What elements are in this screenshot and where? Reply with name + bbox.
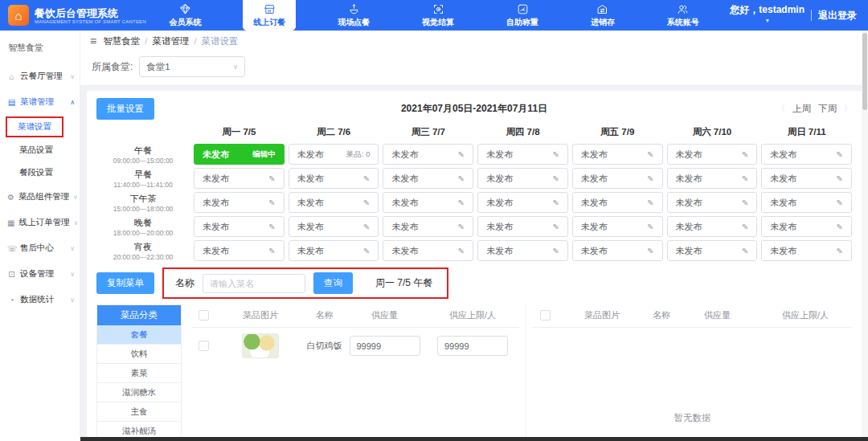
nav-online-order[interactable]: 线上订餐 xyxy=(243,0,296,31)
edit-icon: ✎ xyxy=(647,150,653,159)
schedule-cell[interactable]: 未发布✎ xyxy=(383,240,473,261)
schedule-cell[interactable]: 未发布✎ xyxy=(383,216,473,237)
schedule-cell[interactable]: 未发布✎ xyxy=(194,216,285,237)
day-header: 周日 7/11 xyxy=(761,124,852,141)
schedule-cell[interactable]: 未发布✎ xyxy=(761,240,852,261)
sidebar-item-dish-components[interactable]: ⚙菜品组件管理∨ xyxy=(0,184,80,210)
schedule-cell[interactable]: 未发布✎ xyxy=(477,216,568,237)
category-list: 套餐饮料素菜滋润糖水主食滋补靓汤荤菜汤面类汤面甜品 xyxy=(97,325,181,441)
edit-icon: ✎ xyxy=(742,247,748,255)
sidebar-item-device-mgmt[interactable]: ⊡设备管理∨ xyxy=(0,261,80,287)
schedule-cell[interactable]: 未发布✎ xyxy=(761,192,852,213)
publish-status: 未发布 xyxy=(203,173,229,185)
header-checkbox[interactable] xyxy=(540,310,551,321)
schedule-cell[interactable]: 未发布✎ xyxy=(572,216,663,237)
schedule-cell[interactable]: 未发布✎ xyxy=(761,168,852,189)
schedule-cell[interactable]: 未发布✎ xyxy=(194,240,285,261)
schedule-cell[interactable]: 未发布✎ xyxy=(667,216,758,237)
nav-member-system[interactable]: 会员系统 xyxy=(158,0,211,31)
sidebar-item-online-order-mgmt[interactable]: ▦线上订单管理∨ xyxy=(0,210,80,235)
schedule-cell[interactable]: 未发布✎ xyxy=(477,192,568,213)
schedule-cell[interactable]: 未发布✎ xyxy=(572,168,663,189)
schedule-cell[interactable]: 未发布✎ xyxy=(667,144,758,165)
copy-menu-button[interactable]: 复制菜单 xyxy=(96,272,154,294)
canteen-select[interactable]: 食堂1 ∨ xyxy=(139,56,245,77)
logout-button[interactable]: 退出登录 xyxy=(818,9,857,22)
app-logo: ⌂ 餐饮后台管理系统 MANAGEMENT SYSTEM OF SMART CA… xyxy=(0,0,143,31)
nav-onsite-order[interactable]: 现场点餐 xyxy=(327,0,380,31)
category-item[interactable]: 套餐 xyxy=(97,325,181,345)
sidebar-subitem-dish-settings[interactable]: 菜品设置 xyxy=(0,139,80,161)
search-button[interactable]: 查询 xyxy=(313,272,353,294)
header-checkbox[interactable] xyxy=(199,310,209,321)
category-item[interactable]: 素菜 xyxy=(97,364,181,383)
sidebar-item-cloud-canteen[interactable]: ⌂云餐厅管理∨ xyxy=(0,63,80,89)
schedule-cell[interactable]: 未发布✎ xyxy=(761,216,852,237)
nav-system-account[interactable]: 系统账号 xyxy=(657,0,710,31)
publish-status: 未发布 xyxy=(581,221,608,233)
date-range-label: 2021年07月05日-2021年07月11日 xyxy=(96,102,852,116)
collapse-menu-icon[interactable]: ≡ xyxy=(90,35,96,47)
nav-self-weighing[interactable]: 自助称重 xyxy=(496,0,549,31)
sidebar-item-aftersales[interactable]: ☏售后中心∨ xyxy=(0,235,80,261)
schedule-cell[interactable]: 未发布✎ xyxy=(289,240,379,261)
prev-week-link[interactable]: 上周 xyxy=(792,103,811,115)
menu-editor-toolbar: 复制菜单 名称 查询 周一 7/5 午餐 xyxy=(96,267,852,299)
row-checkbox[interactable] xyxy=(199,341,209,351)
schedule-cell[interactable]: 未发布✎ xyxy=(383,168,473,189)
schedule-cell[interactable]: 未发布✎ xyxy=(572,192,663,213)
sidebar-item-data-stats[interactable]: ◔数据统计∨ xyxy=(0,287,80,312)
breadcrumb-item[interactable]: 智慧食堂 xyxy=(103,35,140,47)
schedule-cell[interactable]: 未发布✎ xyxy=(194,192,285,213)
schedule-cell[interactable]: 未发布✎ xyxy=(667,240,758,261)
schedule-cell[interactable]: 未发布✎ xyxy=(572,240,663,261)
schedule-cell[interactable]: 未发布✎ xyxy=(477,240,568,261)
nav-visual-checkout[interactable]: 视觉结算 xyxy=(411,0,465,31)
meal-time: 18:00:00—20:00:00 xyxy=(113,229,174,237)
category-item[interactable]: 主食 xyxy=(97,402,181,422)
user-greeting-wrap[interactable]: 您好，testadmin ▾ xyxy=(730,5,805,26)
next-week-link[interactable]: 下周 xyxy=(818,103,837,115)
nav-label: 系统账号 xyxy=(667,17,699,28)
supply-input[interactable] xyxy=(350,336,420,356)
schedule-cell[interactable]: 未发布✎ xyxy=(572,144,663,165)
edit-icon: ✎ xyxy=(837,198,843,207)
schedule-cell[interactable]: 未发布✎ xyxy=(289,168,379,189)
schedule-cell[interactable]: 未发布✎ xyxy=(761,144,852,165)
edit-icon: ✎ xyxy=(552,150,559,159)
schedule-cell[interactable]: 未发布菜品: 0 xyxy=(289,144,379,165)
schedule-cell[interactable]: 未发布✎ xyxy=(477,144,568,165)
schedule-grid: 周一 7/5周二 7/6周三 7/7周四 7/8周五 7/9周六 7/10周日 … xyxy=(96,124,852,261)
publish-status: 未发布 xyxy=(391,221,418,233)
edit-icon: ✎ xyxy=(268,223,275,231)
schedule-cell[interactable]: 未发布✎ xyxy=(383,192,473,213)
aftersales-icon: ☏ xyxy=(7,244,16,253)
nav-inventory[interactable]: 进销存 xyxy=(580,0,625,31)
schedule-cell[interactable]: 未发布✎ xyxy=(289,216,379,237)
schedule-cell[interactable]: 未发布编辑中 xyxy=(194,144,285,165)
current-slot-label: 周一 7/5 午餐 xyxy=(375,276,432,290)
schedule-cell[interactable]: 未发布✎ xyxy=(667,168,758,189)
sidebar-item-recipe-mgmt[interactable]: ▤菜谱管理∧ xyxy=(0,89,80,115)
schedule-cell[interactable]: 未发布✎ xyxy=(477,168,568,189)
sidebar-subitem-recipe-settings[interactable]: 菜谱设置 xyxy=(6,116,63,137)
schedule-cell[interactable]: 未发布✎ xyxy=(289,192,379,213)
limit-input[interactable] xyxy=(437,336,508,356)
meal-time: 15:00:00—18:00:00 xyxy=(113,205,174,213)
edit-icon: ✎ xyxy=(837,150,843,159)
vertical-scrollbar-thumb[interactable] xyxy=(862,33,867,110)
category-item[interactable]: 饮料 xyxy=(97,345,181,364)
edit-icon: ✎ xyxy=(837,223,843,231)
page-layout: 智慧食堂 ⌂云餐厅管理∨▤菜谱管理∧菜谱设置菜品设置餐段设置⚙菜品组件管理∨▦线… xyxy=(0,31,868,441)
category-item[interactable]: 滋润糖水 xyxy=(97,383,181,402)
dish-name-input[interactable] xyxy=(203,274,305,293)
sidebar-item-label: 数据统计 xyxy=(20,294,66,305)
schedule-cell[interactable]: 未发布✎ xyxy=(667,192,758,213)
vertical-scrollbar[interactable] xyxy=(862,31,868,441)
schedule-cell[interactable]: 未发布✎ xyxy=(194,168,285,189)
breadcrumb-item[interactable]: 菜谱管理 xyxy=(152,35,189,47)
horizontal-scrollbar[interactable] xyxy=(80,437,868,441)
chevron-down-icon: ∨ xyxy=(70,271,75,278)
sidebar-subitem-mealtime-settings[interactable]: 餐段设置 xyxy=(0,161,80,184)
schedule-cell[interactable]: 未发布✎ xyxy=(383,144,473,165)
